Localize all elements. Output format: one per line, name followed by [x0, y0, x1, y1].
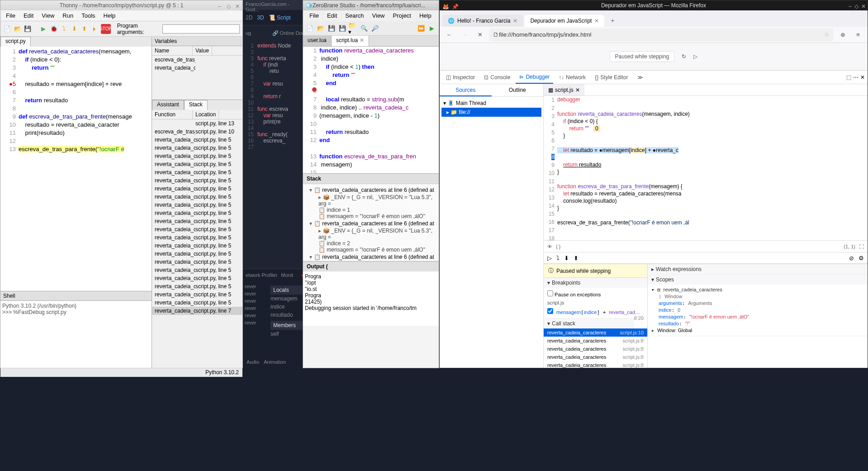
- stack-row[interactable]: escreva_de_tras_pascript.py, line 10: [152, 128, 242, 136]
- step-over-icon[interactable]: ⤵: [60, 24, 68, 34]
- close-icon[interactable]: ✕: [234, 1, 241, 8]
- tab-script[interactable]: 📜 Script: [269, 14, 291, 21]
- progargs-input[interactable]: [162, 24, 240, 33]
- online-docs[interactable]: 🔗 Online Doc: [272, 30, 304, 36]
- tab-assistant[interactable]: Assistant: [152, 100, 184, 110]
- callstack-item[interactable]: reverta_cadeia_caracteresscript.js:8: [544, 337, 647, 345]
- stack-row[interactable]: reverta_cadeia_carascript.py, line 5: [152, 282, 242, 290]
- tab-2d[interactable]: 2D: [246, 14, 252, 21]
- tab-stack[interactable]: Stack: [184, 100, 208, 110]
- open-file-icon[interactable]: 📂: [14, 24, 22, 34]
- stack-row[interactable]: reverta_cadeia_carascript.py, line 5: [152, 274, 242, 282]
- tab-inspector[interactable]: ◫ Inspector: [442, 71, 479, 83]
- tab-network[interactable]: ↑↓ Network: [555, 71, 589, 83]
- stack-row[interactable]: reverta_cadeia_carascript.py, line 5: [152, 258, 242, 266]
- stack-row[interactable]: reverta_cadeia_carascript.py, line 5: [152, 185, 242, 193]
- tab-console[interactable]: ⊡ Console: [480, 71, 514, 83]
- stack-row[interactable]: reverta_cadeia_carascript.py, line 5: [152, 201, 242, 209]
- scope-variable[interactable]: arguments: Arguments: [659, 300, 864, 307]
- variable-row[interactable]: reverta_cadeia_car: [152, 64, 242, 72]
- shell-body[interactable]: Python 3.10.2 (/usr/bin/python)>>> %Fast…: [0, 301, 152, 368]
- scope-variable[interactable]: mensagem: "!ocnarF é emon uem ,álO": [659, 314, 864, 320]
- watch-header[interactable]: ▸ Watch expressions: [648, 264, 868, 274]
- replace-icon[interactable]: 🔎: [370, 24, 380, 33]
- scope-variable[interactable]: resultado: "!": [659, 320, 864, 327]
- step-into-icon[interactable]: ⬇: [70, 24, 79, 34]
- pocket-icon[interactable]: ⊕: [837, 29, 849, 41]
- stack-row[interactable]: reverta_cadeia_carascript.py, line 5: [152, 144, 242, 152]
- close-tab-icon[interactable]: ✕: [575, 87, 580, 93]
- new-tab-button[interactable]: +: [606, 14, 619, 27]
- tab-script-lua[interactable]: script.lua✕: [332, 36, 369, 46]
- bp-checkbox[interactable]: [547, 308, 553, 314]
- responsive-icon[interactable]: ⬚: [846, 74, 851, 81]
- debug-icon[interactable]: 🐞: [50, 24, 58, 34]
- close-tab-icon[interactable]: ✕: [513, 18, 517, 24]
- open-icon[interactable]: 📂: [316, 24, 326, 33]
- dt-menu-icon[interactable]: ⋯: [853, 74, 859, 81]
- stack-frame[interactable]: ▾📋 reverta_cadeia_caracteres at line 6 (…: [305, 253, 437, 261]
- ff-titlebar[interactable]: 🦊📌 Depurador em JavaScript — Mozilla Fir…: [440, 0, 868, 10]
- play-icon[interactable]: ▶: [427, 24, 437, 33]
- project-icon[interactable]: 📁▾: [348, 24, 358, 33]
- tab-script-py[interactable]: script.py: [0, 37, 31, 47]
- scope-block[interactable]: ▾ ⊟ reverta_cadeia_caracteres: [651, 286, 864, 293]
- menu-file[interactable]: File: [2, 11, 19, 20]
- callstack-header[interactable]: ▾ Call stack: [544, 319, 634, 328]
- close-tab-icon[interactable]: ✕: [594, 18, 599, 24]
- minimize-icon[interactable]: –: [216, 1, 223, 8]
- disable-bp-icon[interactable]: ⊘: [849, 255, 854, 262]
- tab-hello[interactable]: 🌐 Hello! - Franco Garcia ✕: [442, 15, 523, 27]
- saveall-icon[interactable]: 💾: [337, 24, 347, 33]
- stack-row[interactable]: script.py, line 13: [152, 119, 242, 128]
- reload-icon[interactable]: ✕: [474, 29, 486, 41]
- breakpoints-header[interactable]: ▾ Breakpoints: [544, 278, 647, 288]
- expand-icon[interactable]: ⛶: [859, 244, 864, 249]
- run-icon[interactable]: ⏩: [416, 24, 426, 33]
- stack-row[interactable]: reverta_cadeia_carascript.py, line 5: [152, 217, 242, 225]
- thread-main[interactable]: ▾ 🧵 Main Thread: [441, 99, 541, 108]
- menu-search[interactable]: Search: [342, 11, 367, 20]
- tab-outline[interactable]: Outline: [492, 84, 544, 96]
- stack-row[interactable]: reverta_cadeia_carascript.py, line 7: [152, 307, 242, 315]
- menu-view[interactable]: View: [369, 11, 389, 20]
- menu-help[interactable]: Help: [416, 11, 435, 20]
- tab-style[interactable]: {} Style Editor: [591, 71, 631, 83]
- source-file[interactable]: ▸ 📁 file://: [441, 108, 541, 117]
- find-icon[interactable]: 🔍: [359, 24, 369, 33]
- stack-row[interactable]: reverta_cadeia_carascript.py, line 5: [152, 176, 242, 185]
- stack-frame[interactable]: ▾📋 reverta_cadeia_caracteres at line 6 (…: [305, 219, 437, 228]
- step-out-icon[interactable]: ⬆: [80, 24, 89, 34]
- stack-row[interactable]: reverta_cadeia_carascript.py, line 5: [152, 233, 242, 242]
- stack-row[interactable]: reverta_cadeia_carascript.py, line 5: [152, 225, 242, 233]
- stack-row[interactable]: reverta_cadeia_carascript.py, line 5: [152, 160, 242, 168]
- menu-edit[interactable]: Edit: [323, 11, 341, 20]
- tab-user-lua[interactable]: user.lua: [303, 36, 332, 46]
- tab-debugger[interactable]: ⊳ Debugger: [516, 71, 553, 84]
- stop-icon[interactable]: STOP: [101, 24, 111, 34]
- close-tab-icon[interactable]: ✕: [360, 37, 364, 43]
- back-icon[interactable]: ←: [443, 29, 455, 41]
- stack-row[interactable]: reverta_cadeia_carascript.py, line 5: [152, 193, 242, 201]
- tab-sources[interactable]: Sources: [440, 84, 492, 96]
- tab-3d[interactable]: 3D: [257, 14, 264, 21]
- menu-icon[interactable]: ≡: [852, 29, 864, 41]
- tab-debugger[interactable]: Depurador em JavaScript ✕: [525, 15, 604, 27]
- callstack-item[interactable]: reverta_cadeia_caracteresscript.js:10: [544, 328, 647, 337]
- callstack-item[interactable]: reverta_cadeia_caracteresscript.js:8: [544, 353, 647, 361]
- menu-help[interactable]: Help: [100, 11, 119, 20]
- pause-exceptions-checkbox[interactable]: [547, 290, 553, 296]
- zb-editor[interactable]: 12345678910111213141516 function reverta…: [303, 47, 439, 173]
- step-over-icon[interactable]: ⤵: [556, 255, 560, 262]
- resume-icon[interactable]: ▷: [547, 255, 552, 262]
- stack-row[interactable]: reverta_cadeia_carascript.py, line 5: [152, 290, 242, 299]
- menu-tools[interactable]: Tools: [78, 11, 99, 20]
- zb-titlebar[interactable]: 🧊 ZeroBrane Studio - /home/franco/tmp/lu…: [303, 0, 439, 10]
- godot-code[interactable]: 1extends Node23func reverta4 if (indi5 r…: [243, 41, 307, 152]
- eye-icon[interactable]: 👁: [547, 244, 552, 249]
- menu-view[interactable]: View: [38, 11, 58, 20]
- stack-row[interactable]: reverta_cadeia_carascript.py, line 5: [152, 250, 242, 258]
- stack-row[interactable]: reverta_cadeia_carascript.py, line 5: [152, 299, 242, 307]
- scope-variable[interactable]: indice: 0: [659, 307, 864, 314]
- tab-script-js[interactable]: ▦ script.js ✕: [544, 84, 584, 95]
